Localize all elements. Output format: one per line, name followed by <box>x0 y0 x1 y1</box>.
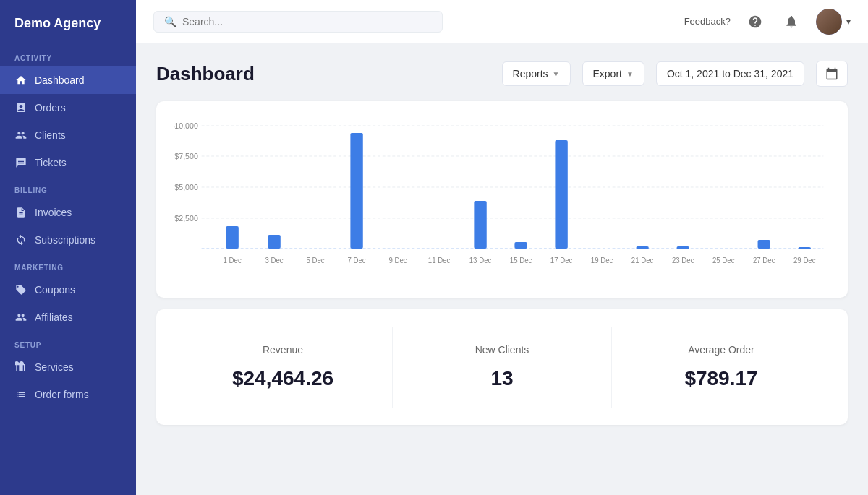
topbar: 🔍 Feedback? ▾ <box>136 0 868 43</box>
svg-text:3 Dec: 3 Dec <box>265 257 283 264</box>
svg-rect-9 <box>226 226 238 249</box>
stat-avg-order: Average Order $789.17 <box>612 327 830 408</box>
svg-rect-10 <box>268 235 280 249</box>
sidebar-label-dashboard: Dashboard <box>35 74 85 86</box>
coupons-icon <box>14 283 27 296</box>
search-input[interactable] <box>182 16 432 27</box>
svg-rect-14 <box>555 140 567 249</box>
section-marketing: MARKETING <box>0 254 136 276</box>
sidebar-label-services: Services <box>35 361 74 373</box>
svg-rect-18 <box>799 247 811 249</box>
revenue-label: Revenue <box>185 344 380 356</box>
svg-text:11 Dec: 11 Dec <box>428 257 451 264</box>
feedback-button[interactable]: Feedback? <box>684 16 731 27</box>
section-setup: SETUP <box>0 331 136 353</box>
svg-text:27 Dec: 27 Dec <box>753 257 775 264</box>
avatar <box>816 9 842 35</box>
svg-text:$2,500: $2,500 <box>174 214 197 223</box>
svg-text:25 Dec: 25 Dec <box>712 257 735 264</box>
sidebar-label-invoices: Invoices <box>35 207 72 218</box>
svg-text:1 Dec: 1 Dec <box>224 257 242 264</box>
svg-rect-16 <box>676 246 689 249</box>
section-activity: ACTIVITY <box>0 44 136 66</box>
orders-icon <box>14 101 27 114</box>
export-button[interactable]: Export ▼ <box>582 61 644 86</box>
tickets-icon <box>14 156 27 169</box>
svg-text:9 Dec: 9 Dec <box>388 257 407 264</box>
bar-chart: $10,000 $7,500 $5,000 $2,500 <box>174 119 830 277</box>
new-clients-value: 13 <box>404 367 600 390</box>
sidebar-item-orders[interactable]: Orders <box>0 94 136 121</box>
sidebar-item-order-forms[interactable]: Order forms <box>0 381 136 408</box>
avg-order-value: $789.17 <box>624 367 819 390</box>
sidebar-item-dashboard[interactable]: Dashboard <box>0 66 136 94</box>
user-avatar-wrap[interactable]: ▾ <box>816 9 851 35</box>
brand-name: Demo Agency <box>0 0 136 44</box>
svg-text:13 Dec: 13 Dec <box>469 257 492 264</box>
home-icon <box>14 74 27 87</box>
sidebar-item-invoices[interactable]: Invoices <box>0 199 136 226</box>
chart-area: $10,000 $7,500 $5,000 $2,500 <box>174 119 830 280</box>
sidebar-label-affiliates: Affiliates <box>35 311 73 323</box>
stats-card: Revenue $24,464.26 New Clients 13 Averag… <box>156 309 848 425</box>
notifications-icon[interactable] <box>780 10 803 33</box>
sidebar-label-orders: Orders <box>35 102 66 113</box>
help-icon[interactable] <box>744 10 767 33</box>
sidebar-item-services[interactable]: Services <box>0 353 136 381</box>
svg-text:5 Dec: 5 Dec <box>306 257 324 264</box>
svg-rect-11 <box>350 133 362 249</box>
sidebar-item-clients[interactable]: Clients <box>0 121 136 149</box>
revenue-value: $24,464.26 <box>185 367 380 390</box>
stats-row: Revenue $24,464.26 New Clients 13 Averag… <box>174 327 830 408</box>
svg-text:$5,000: $5,000 <box>174 183 197 191</box>
sidebar-label-subscriptions: Subscriptions <box>35 234 95 246</box>
date-range-text: Oct 1, 2021 to Dec 31, 2021 <box>667 68 793 79</box>
sidebar-item-coupons[interactable]: Coupons <box>0 276 136 304</box>
main-area: 🔍 Feedback? ▾ Dashboard Reports <box>136 0 868 495</box>
orderforms-icon <box>14 388 27 401</box>
svg-rect-17 <box>758 240 770 249</box>
invoices-icon <box>14 206 27 219</box>
sidebar-label-order-forms: Order forms <box>35 389 89 400</box>
svg-text:$10,000: $10,000 <box>174 121 198 130</box>
section-billing: BILLING <box>0 176 136 199</box>
reports-button[interactable]: Reports ▼ <box>502 61 571 86</box>
services-icon <box>14 361 27 374</box>
svg-text:17 Dec: 17 Dec <box>550 257 573 264</box>
svg-rect-12 <box>474 201 486 249</box>
search-icon: 🔍 <box>164 16 176 27</box>
svg-text:29 Dec: 29 Dec <box>793 257 816 264</box>
topbar-right: Feedback? ▾ <box>684 9 851 35</box>
avg-order-label: Average Order <box>624 344 819 356</box>
search-wrap[interactable]: 🔍 <box>153 11 443 33</box>
dashboard-header: Dashboard Reports ▼ Export ▼ Oct 1, 2021… <box>156 61 848 87</box>
svg-rect-15 <box>636 246 648 249</box>
calendar-button[interactable] <box>816 61 848 87</box>
affiliates-icon <box>14 311 27 324</box>
svg-text:23 Dec: 23 Dec <box>672 257 694 264</box>
sidebar-item-subscriptions[interactable]: Subscriptions <box>0 226 136 254</box>
svg-rect-13 <box>514 242 527 249</box>
export-chevron: ▼ <box>626 70 634 78</box>
svg-text:7 Dec: 7 Dec <box>347 257 365 264</box>
reports-chevron: ▼ <box>553 70 560 78</box>
page-content: Dashboard Reports ▼ Export ▼ Oct 1, 2021… <box>136 43 868 495</box>
page-title: Dashboard <box>156 63 255 85</box>
sidebar-label-coupons: Coupons <box>35 284 75 296</box>
stat-new-clients: New Clients 13 <box>393 327 612 408</box>
date-range-button[interactable]: Oct 1, 2021 to Dec 31, 2021 <box>656 61 804 86</box>
svg-text:$7,500: $7,500 <box>174 152 197 160</box>
sidebar-label-tickets: Tickets <box>35 157 67 168</box>
chart-card: $10,000 $7,500 $5,000 $2,500 <box>156 101 848 298</box>
subscriptions-icon <box>14 233 27 246</box>
svg-text:19 Dec: 19 Dec <box>591 257 613 264</box>
sidebar-item-tickets[interactable]: Tickets <box>0 149 136 176</box>
clients-icon <box>14 129 27 142</box>
sidebar-label-clients: Clients <box>35 129 66 141</box>
sidebar: Demo Agency ACTIVITY Dashboard Orders Cl… <box>0 0 136 495</box>
new-clients-label: New Clients <box>404 344 600 356</box>
stat-revenue: Revenue $24,464.26 <box>174 327 393 408</box>
svg-text:15 Dec: 15 Dec <box>510 257 532 264</box>
svg-text:21 Dec: 21 Dec <box>631 257 654 264</box>
sidebar-item-affiliates[interactable]: Affiliates <box>0 304 136 331</box>
